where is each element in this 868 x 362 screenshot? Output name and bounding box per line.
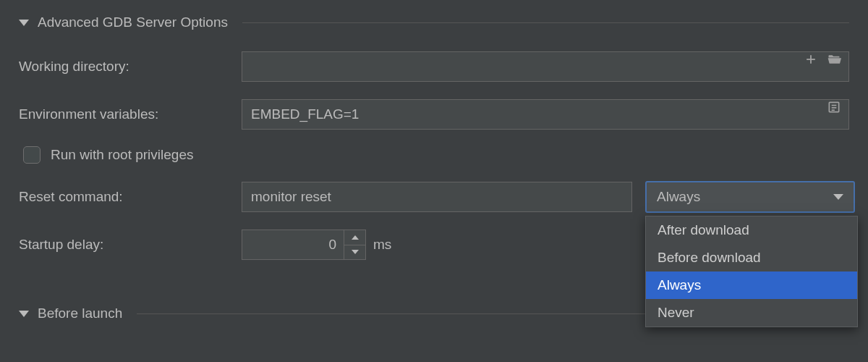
working-directory-icons xyxy=(803,51,842,67)
section-header-advanced[interactable]: Advanced GDB Server Options xyxy=(19,14,849,30)
chevron-down-icon xyxy=(833,194,843,200)
row-env-vars: Environment variables: xyxy=(19,98,849,130)
startup-delay-unit: ms xyxy=(373,237,391,253)
arrow-up-icon xyxy=(352,235,359,240)
reset-mode-option[interactable]: Never xyxy=(646,299,857,327)
chevron-down-icon xyxy=(19,20,29,26)
section-title: Before launch xyxy=(38,306,122,321)
root-privileges-label: Run with root privileges xyxy=(51,147,193,163)
env-vars-input[interactable] xyxy=(242,99,849,130)
reset-mode-dropdown[interactable]: Always After download Before download Al… xyxy=(645,181,855,213)
env-vars-label: Environment variables: xyxy=(19,106,242,122)
startup-delay-label: Startup delay: xyxy=(19,237,242,253)
startup-delay-input[interactable] xyxy=(242,230,344,259)
reset-mode-option[interactable]: Before download xyxy=(646,244,857,272)
reset-command-label: Reset command: xyxy=(19,189,242,205)
root-privileges-checkbox[interactable] xyxy=(23,146,41,164)
spinner-down-button[interactable] xyxy=(344,245,365,260)
arrow-down-icon xyxy=(352,250,359,254)
startup-delay-spinner xyxy=(242,230,366,260)
reset-mode-selected: Always xyxy=(657,189,700,205)
working-directory-input[interactable] xyxy=(242,51,849,82)
reset-mode-option[interactable]: After download xyxy=(646,216,857,244)
reset-mode-option[interactable]: Always xyxy=(646,272,857,299)
expand-list-icon[interactable] xyxy=(826,99,842,115)
reset-command-input[interactable] xyxy=(242,182,632,212)
divider xyxy=(242,22,849,23)
reset-mode-menu: After download Before download Always Ne… xyxy=(645,216,858,327)
working-directory-label: Working directory: xyxy=(19,59,242,75)
env-vars-icons xyxy=(826,99,842,115)
spinner-up-button[interactable] xyxy=(344,230,365,245)
section-title: Advanced GDB Server Options xyxy=(38,14,228,30)
row-working-directory: Working directory: xyxy=(19,51,849,83)
browse-folder-icon[interactable] xyxy=(826,51,842,67)
insert-macro-icon[interactable] xyxy=(803,51,819,67)
chevron-down-icon xyxy=(19,311,29,317)
row-root-privileges[interactable]: Run with root privileges xyxy=(23,146,849,164)
row-reset-command: Reset command: Always After download Bef… xyxy=(19,181,849,213)
